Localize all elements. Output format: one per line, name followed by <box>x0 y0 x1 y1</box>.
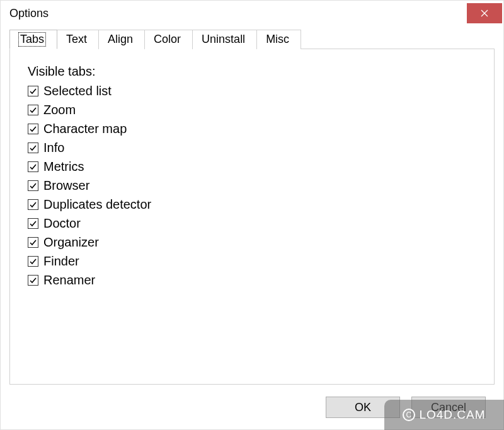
checkbox-icon <box>28 275 38 286</box>
checkbox-renamer[interactable]: Renamer <box>28 273 476 288</box>
visible-tabs-checkbox-list: Selected list Zoom Character map Info Me… <box>28 84 476 288</box>
tab-tabs[interactable]: Tabs <box>9 30 57 49</box>
checkbox-label: Finder <box>43 254 79 269</box>
checkbox-icon <box>28 86 38 96</box>
checkbox-icon <box>28 218 38 229</box>
checkbox-selected-list[interactable]: Selected list <box>28 84 476 98</box>
tab-uninstall[interactable]: Uninstall <box>192 30 257 49</box>
tab-label: Text <box>66 33 87 45</box>
checkbox-label: Doctor <box>43 216 81 231</box>
checkbox-label: Selected list <box>43 84 112 98</box>
checkbox-label: Renamer <box>43 273 95 288</box>
checkbox-metrics[interactable]: Metrics <box>28 160 476 174</box>
checkbox-icon <box>28 105 38 115</box>
checkbox-label: Duplicates detector <box>43 197 151 212</box>
tab-label: Misc <box>266 33 289 45</box>
checkbox-icon <box>28 199 38 210</box>
checkbox-doctor[interactable]: Doctor <box>28 216 476 231</box>
checkbox-icon <box>28 256 38 267</box>
tab-content: Visible tabs: Selected list Zoom Charact… <box>9 49 495 385</box>
watermark: C LO4D.CAM <box>384 400 504 430</box>
checkbox-label: Zoom <box>43 103 76 117</box>
checkbox-character-map[interactable]: Character map <box>28 122 476 136</box>
checkbox-label: Browser <box>43 178 89 193</box>
checkbox-label: Metrics <box>43 160 84 174</box>
checkbox-finder[interactable]: Finder <box>28 254 476 269</box>
checkbox-browser[interactable]: Browser <box>28 178 476 193</box>
titlebar: Options <box>1 1 503 26</box>
tab-align[interactable]: Align <box>98 30 145 49</box>
section-label: Visible tabs: <box>28 64 476 79</box>
checkbox-icon <box>28 124 38 134</box>
close-icon <box>481 7 488 20</box>
checkbox-label: Info <box>43 141 64 155</box>
tab-misc[interactable]: Misc <box>256 30 301 49</box>
checkbox-label: Character map <box>43 122 127 136</box>
checkbox-label: Organizer <box>43 235 99 250</box>
watermark-text: LO4D.CAM <box>419 408 485 422</box>
copyright-icon: C <box>403 409 415 421</box>
tab-label: Tabs <box>19 33 45 46</box>
tab-text[interactable]: Text <box>57 30 99 49</box>
close-button[interactable] <box>467 3 502 23</box>
checkbox-zoom[interactable]: Zoom <box>28 103 476 117</box>
checkbox-icon <box>28 142 38 153</box>
tab-label: Align <box>108 33 133 45</box>
tab-label: Color <box>154 33 181 45</box>
checkbox-duplicates-detector[interactable]: Duplicates detector <box>28 197 476 212</box>
checkbox-icon <box>28 237 38 248</box>
tab-color[interactable]: Color <box>144 30 193 49</box>
tabstrip: Tabs Text Align Color Uninstall Misc <box>9 30 503 49</box>
checkbox-info[interactable]: Info <box>28 141 476 155</box>
window-title: Options <box>9 7 49 20</box>
checkbox-organizer[interactable]: Organizer <box>28 235 476 250</box>
checkbox-icon <box>28 161 38 172</box>
options-dialog: Options Tabs Text Align Color Uninstall … <box>0 0 504 430</box>
checkbox-icon <box>28 180 38 191</box>
tab-label: Uninstall <box>202 33 245 45</box>
